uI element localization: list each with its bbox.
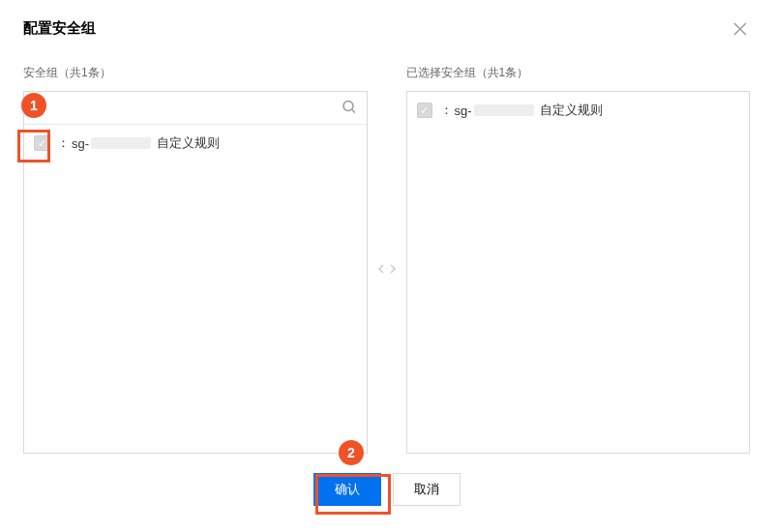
search-input[interactable] bbox=[24, 92, 367, 124]
list-item[interactable]: ： sg- 自定义规则 bbox=[24, 125, 367, 162]
available-panel-box: ： sg- 自定义规则 bbox=[23, 91, 368, 454]
checkbox[interactable] bbox=[34, 135, 49, 151]
redacted-id bbox=[474, 104, 534, 116]
available-list: ： sg- 自定义规则 bbox=[24, 125, 367, 453]
search-wrap bbox=[24, 92, 367, 125]
item-text: ： sg- 自定义规则 bbox=[440, 102, 603, 119]
redacted-id bbox=[91, 137, 151, 149]
selected-panel: 已选择安全组（共1条） ： sg- 自定义规则 bbox=[406, 65, 751, 454]
item-text: ： sg- 自定义规则 bbox=[57, 134, 220, 152]
checkbox[interactable] bbox=[417, 103, 432, 118]
selected-list: ： sg- 自定义规则 bbox=[407, 92, 750, 453]
confirm-button[interactable]: 确认 bbox=[313, 473, 381, 506]
dialog-title: 配置安全组 bbox=[23, 19, 750, 38]
cancel-button[interactable]: 取消 bbox=[393, 473, 461, 506]
list-item[interactable]: ： sg- 自定义规则 bbox=[407, 92, 750, 129]
transfer-arrow-icon bbox=[368, 262, 406, 276]
dialog-container: 配置安全组 安全组（共1条） bbox=[0, 0, 773, 525]
available-panel: 安全组（共1条） ： s bbox=[23, 65, 368, 454]
transfer-panels: 安全组（共1条） ： s bbox=[23, 65, 750, 454]
available-panel-label: 安全组（共1条） bbox=[23, 65, 368, 81]
selected-panel-box: ： sg- 自定义规则 bbox=[406, 91, 751, 454]
dialog-footer: 确认 取消 bbox=[23, 473, 750, 506]
selected-panel-label: 已选择安全组（共1条） bbox=[406, 65, 751, 81]
close-button[interactable] bbox=[730, 19, 750, 39]
close-icon bbox=[733, 22, 747, 36]
